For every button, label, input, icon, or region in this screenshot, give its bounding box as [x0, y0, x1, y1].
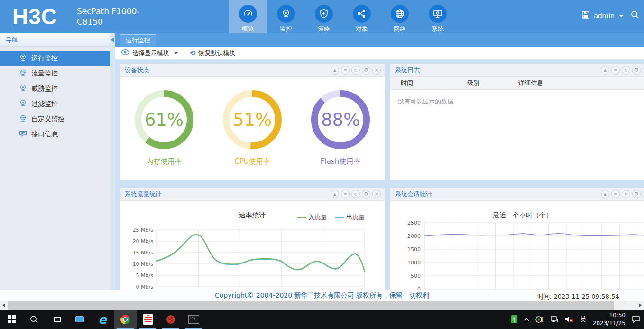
chrome-button[interactable] [114, 310, 137, 329]
panel-session-stats: 系统会话统计 ▲≡↻⚙× 最近一个小时（个）250020001500100050… [390, 188, 644, 290]
nav-item-1[interactable]: 监控 [267, 0, 305, 33]
gauge-1: 51% CPU使用率 [217, 88, 288, 166]
gauge-value: 51% [221, 88, 284, 151]
nav-label: 网络 [381, 25, 419, 33]
windows-logo-icon [8, 315, 16, 323]
refresh-icon[interactable]: ↻ [351, 66, 360, 75]
taskbar-clock[interactable]: 10:50 2023/11/25 [593, 311, 626, 327]
list-icon[interactable]: ≡ [611, 66, 620, 75]
sidebar-item-0[interactable]: 运行监控 [0, 51, 110, 66]
restore-default-button[interactable]: ⟲ 恢复默认模块 [190, 49, 236, 57]
log-col-2: 详细信息 [508, 79, 603, 87]
nav-label: 系统 [419, 25, 457, 33]
chrome-icon [120, 315, 130, 324]
admin-dropdown-caret[interactable] [619, 15, 624, 17]
media-app-icon[interactable] [535, 316, 544, 323]
product-name: SecPath F1000-C8150 [77, 6, 148, 27]
close-icon[interactable]: × [372, 66, 381, 75]
scrollbar-thumb[interactable] [8, 301, 614, 310]
sidebar-item-3[interactable]: 过滤监控 [0, 96, 110, 112]
sidebar-item-4[interactable]: 自定义监控 [0, 112, 110, 127]
collapse-icon[interactable]: ▲ [601, 66, 609, 75]
refresh-icon[interactable]: ↻ [622, 190, 630, 198]
gauge-0: 61% 内存使用率 [129, 88, 200, 166]
nav-item-0[interactable]: 概览 [229, 0, 267, 33]
search-icon [30, 315, 38, 324]
gauge-label: CPU使用率 [217, 157, 288, 166]
taskbar-search-button[interactable] [23, 310, 46, 329]
settings-icon[interactable]: ⚙ [632, 190, 641, 198]
sidebar-item-label: 威胁监控 [31, 85, 58, 93]
restore-default-label: 恢复默认模块 [199, 49, 236, 57]
horizontal-scrollbar[interactable] [0, 301, 644, 310]
log-col-0: 时间 [390, 79, 457, 87]
terminal-button[interactable]: C:\_ [182, 310, 205, 329]
shell-app-button[interactable] [159, 310, 182, 329]
admin-user-label[interactable]: admin [594, 12, 615, 19]
panel-title: 系统会话统计 [395, 190, 432, 198]
nav-label: 概览 [229, 25, 267, 33]
nav-item-4[interactable]: 网络 [381, 0, 419, 33]
sidebar-item-2[interactable]: 威胁监控 [0, 81, 110, 96]
sidebar-item-label: 过滤监控 [31, 100, 58, 108]
nav-item-2[interactable]: 策略 [305, 0, 343, 33]
clock-time: 10:50 [593, 311, 626, 319]
list-icon[interactable]: ≡ [341, 66, 350, 75]
module-toolbar: 选择显示模块 ⟲ 恢复默认模块 [115, 47, 644, 60]
collapse-icon[interactable]: ▲ [601, 190, 609, 198]
session-chart: 最近一个小时（个）25002000150010005000 [390, 201, 644, 290]
settings-icon[interactable]: ⚙ [362, 190, 370, 198]
ime-indicator[interactable]: 英 [580, 315, 587, 324]
task-view-button[interactable] [46, 310, 68, 329]
sidebar-item-5[interactable]: 接口信息 [0, 127, 110, 142]
usb-device-icon[interactable] [511, 315, 517, 323]
sidebar-item-label: 流量监控 [31, 69, 58, 78]
restore-refresh-icon: ⟲ [190, 49, 196, 57]
monitor-gear-icon [429, 5, 447, 23]
save-icon[interactable] [582, 11, 589, 20]
volume-muted-icon[interactable] [565, 316, 574, 323]
traffic-chart: 速率统计入流量出流量25 Mb/s20 Mb/s15 Mb/s10 Mb/s5 … [120, 201, 385, 290]
monitor-run-icon [19, 54, 27, 63]
h3c-logo: H3C [12, 4, 57, 29]
gauge-label: 内存使用率 [129, 157, 200, 166]
nav-item-5[interactable]: 系统 [419, 0, 457, 33]
snipping-tool-button[interactable] [68, 310, 91, 329]
list-icon[interactable]: ≡ [611, 190, 620, 198]
red-sphere-app-button[interactable] [137, 310, 159, 329]
nav-label: 对象 [343, 25, 381, 33]
settings-icon[interactable]: ⚙ [362, 66, 370, 75]
tab-running-monitor[interactable]: 运行监控 [120, 34, 156, 47]
close-icon[interactable]: × [372, 190, 381, 198]
sidebar-collapse-handle[interactable] [110, 33, 115, 290]
sidebar-item-label: 运行监控 [31, 54, 58, 63]
settings-icon[interactable]: ⚙ [632, 66, 641, 75]
tray-expand-icon[interactable] [524, 318, 529, 321]
sidebar-item-1[interactable]: 流量监控 [0, 66, 110, 81]
select-modules-button[interactable]: 选择显示模块 [121, 49, 178, 57]
panel-title: 设备状态 [125, 66, 149, 75]
scroll-left-icon[interactable] [2, 303, 5, 307]
refresh-icon[interactable]: ↻ [351, 190, 360, 198]
list-icon[interactable]: ≡ [341, 190, 350, 198]
log-table-header: 时间级别详细信息 [390, 77, 644, 90]
shell-app-icon [166, 314, 176, 325]
internet-explorer-button[interactable]: e [91, 310, 114, 329]
start-button[interactable] [0, 310, 23, 329]
scroll-right-icon[interactable] [639, 303, 642, 307]
globe-icon [391, 5, 409, 23]
collapse-left-icon [111, 37, 114, 43]
collapse-icon[interactable]: ▲ [331, 66, 339, 75]
system-tray: 英 10:50 2023/11/25 [511, 310, 644, 329]
network-status-icon[interactable] [550, 316, 559, 323]
windows-taskbar: e C:\_ 英 10:50 [0, 310, 644, 329]
app-header: H3C SecPath F1000-C8150 概览 监控 策略 对象 网络 系… [0, 0, 644, 33]
sidebar-item-label: 接口信息 [31, 130, 58, 139]
refresh-icon[interactable]: ↻ [622, 66, 630, 75]
ie-icon: e [98, 313, 107, 326]
collapse-icon[interactable]: ▲ [331, 190, 339, 198]
sidebar-nav: 运行监控流量监控威胁监控过滤监控自定义监控接口信息 [0, 47, 110, 290]
action-center-icon[interactable] [632, 316, 640, 323]
search-icon[interactable] [631, 10, 639, 21]
nav-item-3[interactable]: 对象 [343, 0, 381, 33]
